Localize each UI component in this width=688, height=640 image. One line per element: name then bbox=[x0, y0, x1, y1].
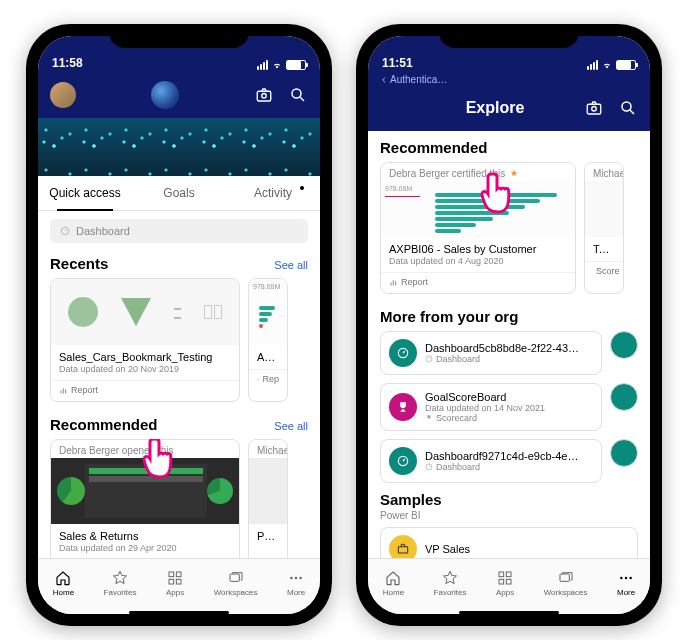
report-icon bbox=[389, 278, 398, 287]
nav-workspaces[interactable]: Workspaces bbox=[544, 569, 588, 597]
svg-rect-15 bbox=[169, 579, 174, 584]
samples-label: Power BI bbox=[380, 510, 421, 521]
recommended-title: Recommended bbox=[50, 416, 158, 433]
org-item-peek[interactable] bbox=[610, 331, 638, 359]
tab-activity[interactable]: Activity bbox=[226, 176, 320, 210]
svg-rect-24 bbox=[391, 282, 392, 285]
phone-left: 11:58 Quick access Goals Activity Da bbox=[26, 24, 332, 626]
card-title: Sales_Cars_Bookmark_Testing bbox=[59, 351, 231, 363]
svg-rect-34 bbox=[499, 579, 504, 584]
svg-rect-32 bbox=[499, 572, 504, 577]
recents-card-visual: ▬▬ bbox=[51, 279, 239, 345]
nav-more[interactable]: More bbox=[617, 569, 635, 597]
hero-banner bbox=[38, 118, 320, 176]
sample-item[interactable]: VP Sales bbox=[380, 527, 638, 558]
org-item[interactable]: Dashboard5cb8bd8e-2f22-43… Dashboard bbox=[380, 331, 602, 375]
tab-goals[interactable]: Goals bbox=[132, 176, 226, 210]
svg-point-23 bbox=[622, 102, 631, 111]
dashboard-icon bbox=[60, 226, 70, 236]
dashboard-icon bbox=[425, 355, 433, 363]
card-title: AXPBI06 - Sales by Customer bbox=[389, 243, 567, 255]
card-subtitle: Data updated on 29 Apr 2020 bbox=[59, 543, 231, 553]
recents-see-all[interactable]: See all bbox=[274, 259, 308, 271]
svg-rect-33 bbox=[506, 572, 511, 577]
top-bar bbox=[38, 72, 320, 118]
gauge-icon bbox=[389, 447, 417, 475]
nav-apps[interactable]: Apps bbox=[166, 569, 184, 597]
svg-rect-13 bbox=[169, 572, 174, 577]
recommended-card[interactable]: Debra Berger opened this Sales & Returns… bbox=[50, 439, 240, 558]
chevron-left-icon bbox=[380, 76, 388, 84]
wifi-icon bbox=[601, 61, 613, 70]
card-subtitle: Data updated on 20 Nov 2019 bbox=[59, 364, 231, 374]
svg-rect-5 bbox=[63, 388, 64, 393]
svg-point-2 bbox=[292, 89, 301, 98]
recommended-card-visual bbox=[51, 458, 239, 524]
cellular-icon bbox=[587, 60, 598, 70]
nav-home[interactable]: Home bbox=[383, 569, 404, 597]
recommended-card[interactable]: Debra Berger certified this 978.68M bbox=[380, 162, 576, 294]
bottom-nav: Home Favorites Apps Workspaces More bbox=[38, 558, 320, 610]
search-icon[interactable] bbox=[288, 85, 308, 105]
recents-card[interactable]: ▬▬ Sales_Cars_Bookmark_Testing Data upda… bbox=[50, 278, 240, 402]
nav-favorites[interactable]: Favorites bbox=[434, 569, 467, 597]
more-org-title: More from your org bbox=[380, 308, 518, 325]
clock: 11:58 bbox=[52, 56, 83, 70]
org-item-peek[interactable] bbox=[610, 383, 638, 411]
recents-card-peek[interactable]: 978.68M AXPB Rep bbox=[248, 278, 288, 402]
search-icon[interactable] bbox=[618, 98, 638, 118]
notch bbox=[439, 24, 579, 48]
nav-more[interactable]: More bbox=[287, 569, 305, 597]
svg-point-20 bbox=[300, 576, 302, 578]
dashboard-icon bbox=[425, 463, 433, 471]
svg-point-38 bbox=[625, 576, 627, 578]
trophy-icon bbox=[389, 393, 417, 421]
bottom-nav: Home Favorites Apps Workspaces More bbox=[368, 558, 650, 610]
home-indicator[interactable] bbox=[368, 610, 650, 614]
certified-line: Debra Berger certified this bbox=[381, 163, 575, 181]
recommended-card-peek[interactable]: Michae PBIM bbox=[248, 439, 288, 558]
org-item[interactable]: Dashboardf9271c4d-e9cb-4e… Dashboard bbox=[380, 439, 602, 483]
recommended-title: Recommended bbox=[380, 139, 488, 156]
camera-icon[interactable] bbox=[254, 85, 274, 105]
clock: 11:51 bbox=[382, 56, 413, 70]
report-icon bbox=[257, 375, 259, 384]
svg-point-39 bbox=[630, 576, 632, 578]
breadcrumb[interactable]: Authentica… bbox=[368, 72, 650, 85]
recommended-card-peek[interactable]: Michael Testing Score bbox=[584, 162, 624, 294]
nav-apps[interactable]: Apps bbox=[496, 569, 514, 597]
nav-favorites[interactable]: Favorites bbox=[104, 569, 137, 597]
gauge-icon bbox=[389, 339, 417, 367]
svg-rect-16 bbox=[176, 579, 181, 584]
svg-rect-0 bbox=[257, 91, 271, 101]
cellular-icon bbox=[257, 60, 268, 70]
svg-rect-6 bbox=[65, 389, 66, 393]
dashboard-pill[interactable]: Dashboard bbox=[50, 219, 308, 243]
nav-home[interactable]: Home bbox=[53, 569, 74, 597]
report-icon bbox=[59, 386, 68, 395]
tab-quick-access[interactable]: Quick access bbox=[38, 176, 132, 210]
org-item-peek[interactable] bbox=[610, 439, 638, 467]
recents-title: Recents bbox=[50, 255, 108, 272]
home-indicator[interactable] bbox=[38, 610, 320, 614]
svg-point-22 bbox=[592, 107, 597, 112]
wifi-icon bbox=[271, 61, 283, 70]
svg-point-18 bbox=[290, 576, 292, 578]
svg-rect-26 bbox=[395, 281, 396, 285]
svg-rect-17 bbox=[230, 574, 239, 581]
recommended-see-all[interactable]: See all bbox=[274, 420, 308, 432]
tabs: Quick access Goals Activity bbox=[38, 176, 320, 211]
svg-rect-21 bbox=[587, 104, 601, 114]
org-item[interactable]: GoalScoreBoard Data updated on 14 Nov 20… bbox=[380, 383, 602, 431]
app-logo-icon bbox=[151, 81, 179, 109]
avatar[interactable] bbox=[50, 82, 76, 108]
camera-icon[interactable] bbox=[584, 98, 604, 118]
top-bar: Explore bbox=[368, 85, 650, 131]
samples-title: Samples bbox=[380, 491, 442, 508]
briefcase-icon bbox=[389, 535, 417, 558]
svg-point-37 bbox=[620, 576, 622, 578]
card-subtitle: Data updated on 4 Aug 2020 bbox=[389, 256, 567, 266]
nav-workspaces[interactable]: Workspaces bbox=[214, 569, 258, 597]
battery-icon bbox=[616, 60, 636, 70]
svg-rect-25 bbox=[393, 280, 394, 285]
